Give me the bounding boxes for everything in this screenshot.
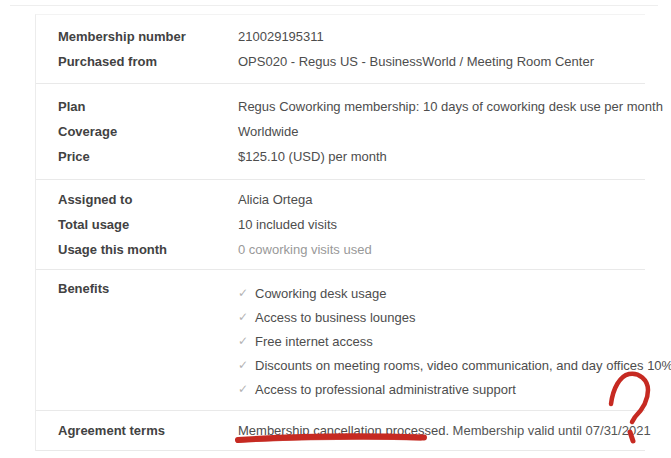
membership-number-value: 210029195311 bbox=[238, 29, 645, 44]
total-usage-label: Total usage bbox=[36, 217, 238, 232]
benefit-item: ✓ Discounts on meeting rooms, video comm… bbox=[238, 353, 671, 377]
purchased-from-label: Purchased from bbox=[36, 54, 238, 69]
price-value: $125.10 (USD) per month bbox=[238, 149, 645, 164]
section-agreement-terms: Agreement terms Membership cancellation … bbox=[36, 410, 645, 450]
check-icon: ✓ bbox=[238, 334, 255, 348]
total-usage-value: 10 included visits bbox=[238, 217, 645, 232]
benefit-item: ✓ Free internet access bbox=[238, 329, 671, 353]
row-purchased-from: Purchased from OPS020 - Regus US - Busin… bbox=[36, 49, 645, 74]
benefit-text: Access to business lounges bbox=[255, 310, 415, 325]
agreement-terms-value: Membership cancellation processed. Membe… bbox=[238, 423, 651, 438]
row-agreement-terms: Agreement terms Membership cancellation … bbox=[36, 418, 645, 443]
section-identification: Membership number 210029195311 Purchased… bbox=[36, 15, 645, 83]
purchased-from-value: OPS020 - Regus US - BusinessWorld / Meet… bbox=[238, 54, 645, 69]
benefit-text: Free internet access bbox=[255, 334, 373, 349]
benefit-text: Coworking desk usage bbox=[255, 286, 387, 301]
check-icon: ✓ bbox=[238, 382, 255, 396]
plan-value: Regus Coworking membership: 10 days of c… bbox=[238, 99, 663, 114]
check-icon: ✓ bbox=[238, 286, 255, 300]
benefit-text: Access to professional administrative su… bbox=[255, 382, 516, 397]
row-total-usage: Total usage 10 included visits bbox=[36, 212, 645, 237]
plan-label: Plan bbox=[36, 99, 238, 114]
row-assigned-to: Assigned to Alicia Ortega bbox=[36, 187, 645, 212]
section-benefits: Benefits ✓ Coworking desk usage ✓ Access… bbox=[36, 269, 645, 410]
price-label: Price bbox=[36, 149, 238, 164]
usage-this-month-label: Usage this month bbox=[36, 242, 238, 257]
benefit-item: ✓ Coworking desk usage bbox=[238, 281, 671, 305]
row-plan: Plan Regus Coworking membership: 10 days… bbox=[36, 94, 645, 119]
agreement-terms-label: Agreement terms bbox=[36, 423, 238, 438]
benefit-text: Discounts on meeting rooms, video commun… bbox=[255, 358, 671, 373]
usage-this-month-value: 0 coworking visits used bbox=[238, 242, 645, 257]
check-icon: ✓ bbox=[238, 310, 255, 324]
row-usage-this-month: Usage this month 0 coworking visits used bbox=[36, 237, 645, 262]
row-membership-number: Membership number 210029195311 bbox=[36, 24, 645, 49]
benefits-list: ✓ Coworking desk usage ✓ Access to busin… bbox=[238, 281, 671, 401]
coverage-label: Coverage bbox=[36, 124, 238, 139]
row-coverage: Coverage Worldwide bbox=[36, 119, 645, 144]
benefit-item: ✓ Access to business lounges bbox=[238, 305, 671, 329]
assigned-to-label: Assigned to bbox=[36, 192, 238, 207]
benefit-item: ✓ Access to professional administrative … bbox=[238, 377, 671, 401]
section-usage: Assigned to Alicia Ortega Total usage 10… bbox=[36, 179, 645, 269]
membership-details-panel: Membership number 210029195311 Purchased… bbox=[35, 14, 645, 451]
benefits-label: Benefits bbox=[36, 281, 238, 296]
panel-bottom-border bbox=[36, 450, 645, 451]
check-icon: ✓ bbox=[238, 358, 255, 372]
agreement-cancellation-text: Membership cancellation processed. bbox=[238, 423, 449, 438]
row-price: Price $125.10 (USD) per month bbox=[36, 144, 645, 169]
section-plan: Plan Regus Coworking membership: 10 days… bbox=[36, 83, 645, 179]
page-top-divider bbox=[10, 5, 658, 6]
membership-number-label: Membership number bbox=[36, 29, 238, 44]
assigned-to-value: Alicia Ortega bbox=[238, 192, 645, 207]
agreement-valid-until-text: Membership valid until 07/31/2021 bbox=[449, 423, 651, 438]
coverage-value: Worldwide bbox=[238, 124, 645, 139]
